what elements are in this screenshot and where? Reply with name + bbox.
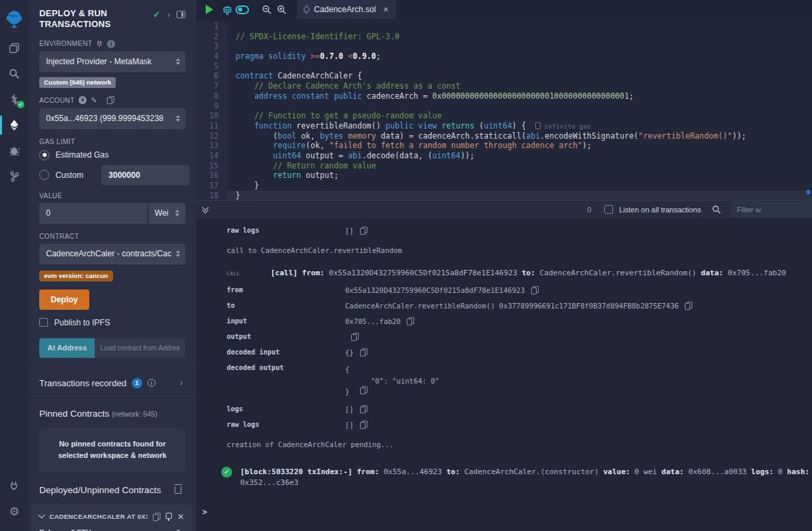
copy-account-icon[interactable] bbox=[107, 96, 114, 104]
at-address-input[interactable] bbox=[95, 338, 185, 358]
copy-icon[interactable] bbox=[360, 386, 367, 394]
copy-icon[interactable] bbox=[360, 421, 367, 429]
pin-panel-icon[interactable] bbox=[177, 11, 185, 18]
plugin-manager-icon[interactable] bbox=[0, 164, 28, 189]
collapse-chevron-icon[interactable] bbox=[39, 512, 45, 519]
line-number: 1 bbox=[196, 22, 227, 32]
updown-caret-icon bbox=[175, 210, 179, 216]
solidity-compiler-icon[interactable]: ✓ bbox=[0, 87, 28, 112]
terminal-row-logs: logs[] bbox=[227, 405, 812, 413]
copy-icon[interactable] bbox=[407, 317, 413, 325]
ai-assistant-robot-icon[interactable] bbox=[220, 2, 235, 17]
transactions-count-badge: 1 bbox=[132, 378, 142, 388]
transactions-info-icon[interactable]: i bbox=[148, 379, 156, 387]
code-editor[interactable]: 12// SPDX-License-Identifier: GPL-3.034p… bbox=[196, 19, 812, 200]
contract-label: CONTRACT bbox=[39, 233, 79, 240]
estimated-gas-label: Estimated Gas bbox=[55, 150, 109, 160]
environment-select[interactable]: Injected Provider - MetaMask bbox=[39, 51, 185, 72]
add-account-icon[interactable]: + bbox=[78, 96, 87, 104]
terminal-row-call-summary: CALL[call] from: 0x55a1320D432759960C5Df… bbox=[227, 269, 812, 277]
code-line-13: 13 require(ok, "failed to fetch a random… bbox=[196, 141, 812, 151]
debugger-icon[interactable] bbox=[0, 138, 28, 164]
transactions-recorded-row[interactable]: Transactions recorded 1 i › bbox=[39, 368, 185, 398]
sign-message-icon[interactable]: ✎ bbox=[91, 96, 97, 105]
contract-select[interactable]: CadenceArchCaler - contracts/Cac bbox=[39, 244, 185, 264]
copy-icon[interactable] bbox=[360, 405, 367, 413]
deployed-contracts-title: Deployed/Unpinned Contracts bbox=[39, 485, 161, 495]
terminal-row-to: toCadenceArchCaler.revertibleRandom() 0x… bbox=[227, 302, 812, 310]
icon-strip: ✓ ⚙ bbox=[0, 0, 28, 531]
listen-count: 0 bbox=[587, 206, 591, 214]
code-line-10: 10 // Function to get a pseudo-random va… bbox=[196, 111, 812, 121]
file-explorer-icon[interactable] bbox=[0, 35, 28, 61]
deploy-and-run-icon[interactable] bbox=[0, 112, 28, 138]
terminal-filter-input[interactable] bbox=[731, 202, 812, 218]
code-line-17: 17 } bbox=[196, 181, 812, 191]
code-line-7: 7 // Declare Cadence Arch's address as a… bbox=[196, 81, 812, 91]
copy-icon[interactable] bbox=[531, 286, 538, 294]
code-line-8: 8 address constant public cadenceArch = … bbox=[196, 91, 812, 101]
copy-icon[interactable] bbox=[351, 333, 358, 341]
balance-label: Balance: bbox=[39, 528, 69, 531]
copy-icon[interactable] bbox=[360, 348, 367, 356]
pinned-empty-message: No pinned contracts found for selected w… bbox=[39, 428, 185, 471]
deployed-contract-card: CADENCEARCHCALER AT 0X37 ✕ Balance: 0 ET… bbox=[31, 505, 192, 531]
publish-ipfs-checkbox[interactable] bbox=[39, 318, 48, 327]
environment-info-icon[interactable]: i bbox=[107, 40, 115, 48]
zoom-out-icon[interactable] bbox=[259, 2, 274, 17]
transactions-expand-icon[interactable]: › bbox=[180, 378, 183, 388]
terminal-row-output: output bbox=[227, 333, 812, 341]
code-line-12: 12 (bool ok, bytes memory data) = cadenc… bbox=[196, 131, 812, 141]
terminal-row-input: input0x705...fab20 bbox=[227, 317, 812, 325]
terminal-row-from: from0x55a1320D432759960C5Df0215a8dF78e1E… bbox=[227, 286, 812, 294]
terminal-search-icon[interactable] bbox=[712, 205, 721, 214]
clear-contracts-trash-icon[interactable] bbox=[175, 486, 181, 494]
line-number: 18 bbox=[196, 191, 227, 200]
plug-icon[interactable] bbox=[0, 473, 28, 499]
environment-label: ENVIRONMENT bbox=[39, 40, 92, 47]
edit-balance-icon[interactable]: ✎ bbox=[177, 528, 183, 531]
custom-gas-radio[interactable] bbox=[39, 170, 49, 180]
terminal-collapse-icon[interactable] bbox=[203, 207, 208, 212]
copy-contract-icon[interactable] bbox=[153, 513, 160, 521]
terminal-row-creation: creation of CadenceArchCaler pending... bbox=[227, 440, 812, 448]
line-number: 5 bbox=[196, 62, 227, 72]
value-unit-select[interactable]: Wei bbox=[149, 203, 185, 224]
balance-value: 0 ETH bbox=[71, 528, 91, 531]
solidity-file-icon bbox=[303, 5, 310, 14]
code-line-11: 11 function revertibleRandom() public vi… bbox=[196, 121, 812, 131]
custom-gas-label: Custom bbox=[55, 170, 83, 180]
listen-checkbox[interactable] bbox=[604, 205, 613, 214]
evm-version-badge: evm version: cancun bbox=[39, 271, 113, 281]
copy-icon[interactable] bbox=[360, 227, 367, 235]
remix-logo-icon[interactable] bbox=[0, 4, 28, 35]
terminal-prompt[interactable]: > bbox=[202, 507, 812, 517]
deploy-button[interactable]: Deploy bbox=[39, 290, 89, 310]
line-number: 2 bbox=[196, 32, 227, 42]
account-select[interactable]: 0x55a...46923 (999.9999453238 bbox=[39, 108, 185, 129]
search-icon[interactable] bbox=[0, 61, 28, 87]
code-line-4: 4pragma solidity >=0.7.0 <0.9.0; bbox=[196, 51, 812, 62]
ai-toggle-icon[interactable] bbox=[235, 2, 250, 17]
panel-forward-icon[interactable]: › bbox=[167, 10, 170, 20]
contract-card-name: CADENCEARCHCALER AT 0X37 bbox=[49, 513, 148, 520]
copy-icon[interactable] bbox=[685, 302, 692, 310]
tab-close-icon[interactable]: ✕ bbox=[382, 5, 388, 14]
zoom-in-icon[interactable] bbox=[274, 2, 289, 17]
compile-success-badge: ✓ bbox=[17, 101, 24, 108]
settings-gear-icon[interactable]: ⚙ bbox=[0, 499, 28, 524]
main-area: CadenceArch.sol ✕ 12// SPDX-License-Iden… bbox=[196, 0, 812, 531]
line-number: 16 bbox=[196, 170, 227, 181]
at-address-button[interactable]: At Address bbox=[39, 338, 95, 358]
pin-contract-icon[interactable] bbox=[165, 513, 172, 521]
custom-gas-input[interactable] bbox=[102, 165, 189, 185]
terminal-output[interactable]: raw logs[]call to CadenceArchCaler.rever… bbox=[196, 218, 812, 531]
line-number: 15 bbox=[196, 161, 227, 171]
estimated-gas-radio[interactable] bbox=[39, 150, 49, 160]
remove-contract-icon[interactable]: ✕ bbox=[177, 513, 184, 521]
account-label: ACCOUNT bbox=[39, 97, 74, 104]
value-input[interactable] bbox=[39, 203, 148, 224]
tab-cadencearch-sol[interactable]: CadenceArch.sol ✕ bbox=[297, 0, 396, 19]
value-label: VALUE bbox=[39, 192, 62, 200]
run-script-play-icon[interactable] bbox=[206, 5, 213, 14]
